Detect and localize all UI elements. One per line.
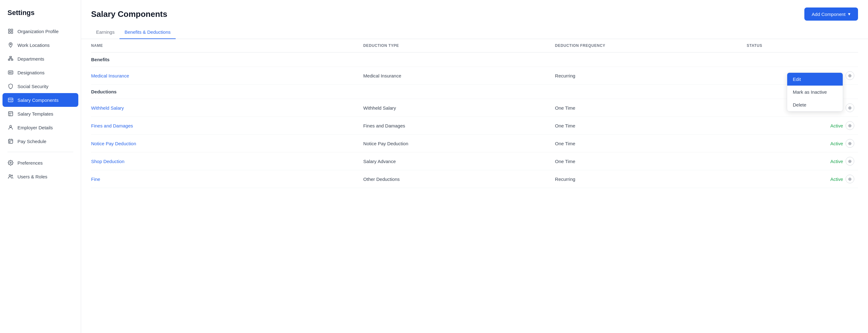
row-frequency: One Time (551, 99, 743, 117)
svg-rect-1 (11, 29, 13, 31)
dropdown-edit-item[interactable]: Edit (787, 73, 843, 86)
row-frequency: One Time (551, 152, 743, 170)
svg-rect-20 (8, 112, 13, 116)
status-badge: Active (830, 141, 843, 146)
action-cell: Active ⊕ (747, 121, 854, 130)
svg-rect-0 (8, 29, 10, 31)
sidebar-item-label: Departments (18, 56, 44, 61)
table-row: Fines and Damages Fines and Damages One … (91, 117, 858, 135)
shield-icon (7, 83, 14, 89)
row-frequency: One Time (551, 117, 743, 135)
sidebar-item-social-security[interactable]: Social Security (0, 79, 81, 93)
svg-rect-28 (9, 142, 10, 142)
row-action-button[interactable]: ⊕ (845, 157, 854, 166)
chevron-down-icon: ▾ (848, 11, 850, 17)
medical-insurance-link[interactable]: Medical Insurance (91, 73, 129, 78)
row-action-button[interactable]: ⊕ (845, 71, 854, 80)
page-header: Salary Components Add Component ▾ (81, 0, 868, 26)
sidebar-item-label: Pay Schedule (18, 139, 46, 144)
calendar-icon (7, 138, 14, 144)
table-row: Shop Deduction Salary Advance One Time A… (91, 152, 858, 170)
add-component-label: Add Component (812, 11, 845, 17)
svg-point-4 (10, 44, 11, 45)
departments-icon (7, 56, 14, 62)
svg-point-29 (10, 162, 11, 164)
fine-link[interactable]: Fine (91, 176, 100, 182)
row-deduction-type: Medical Insurance (360, 67, 551, 85)
row-frequency: One Time (551, 135, 743, 152)
sidebar-item-preferences[interactable]: Preferences (0, 156, 81, 170)
tabs-container: Earnings Benefits & Deductions (81, 26, 868, 39)
sidebar-item-salary-components[interactable]: Salary Components (2, 93, 78, 107)
dropdown-mark-inactive-item[interactable]: Mark as Inactive (787, 86, 843, 99)
section-header-benefits: Benefits (91, 53, 858, 67)
action-cell: Active ⊕ (747, 175, 854, 183)
notice-pay-deduction-link[interactable]: Notice Pay Deduction (91, 141, 136, 146)
sidebar-item-label: Designations (18, 70, 44, 75)
row-action-button[interactable]: ⊕ (845, 103, 854, 112)
building-icon (7, 28, 14, 34)
row-deduction-type: Withheld Salary (360, 99, 551, 117)
section-header-deductions: Deductions (91, 85, 858, 99)
svg-rect-2 (8, 32, 10, 33)
row-deduction-type: Fines and Damages (360, 117, 551, 135)
sidebar-item-label: Preferences (18, 160, 43, 166)
sidebar-title: Settings (0, 9, 81, 24)
sidebar-item-label: Employer Details (18, 125, 53, 130)
id-card-icon (7, 70, 14, 76)
action-cell: Active ⊕ (747, 157, 854, 166)
status-badge: Active (830, 176, 843, 182)
action-cell: Active ⊕ (747, 139, 854, 148)
table-row: Withheld Salary Withheld Salary One Time… (91, 99, 858, 117)
shop-deduction-link[interactable]: Shop Deduction (91, 159, 124, 164)
sidebar-item-users-roles[interactable]: Users & Roles (0, 170, 81, 183)
sidebar-divider (7, 152, 73, 152)
svg-point-23 (10, 125, 11, 127)
svg-rect-24 (8, 139, 13, 143)
sidebar-item-departments[interactable]: Departments (0, 52, 81, 65)
row-deduction-type: Salary Advance (360, 152, 551, 170)
action-dropdown-menu: Edit Mark as Inactive Delete (787, 73, 843, 112)
tab-earnings[interactable]: Earnings (91, 26, 120, 39)
svg-point-30 (9, 175, 10, 176)
row-action-button[interactable]: ⊕ (845, 121, 854, 130)
svg-rect-6 (8, 59, 10, 61)
status-badge: Active (830, 123, 843, 129)
tab-benefits-deductions[interactable]: Benefits & Deductions (120, 26, 176, 39)
sidebar-item-label: Salary Components (18, 98, 59, 103)
col-header-name: NAME (91, 39, 360, 53)
main-content: Salary Components Add Component ▾ Earnin… (81, 0, 868, 333)
sidebar-item-label: Users & Roles (18, 174, 48, 179)
sidebar-item-work-locations[interactable]: Work Locations (0, 38, 81, 52)
table-container: NAME DEDUCTION TYPE DEDUCTION FREQUENCY … (81, 39, 868, 333)
table-row: Fine Other Deductions Recurring Active ⊕ (91, 170, 858, 188)
row-deduction-type: Notice Pay Deduction (360, 135, 551, 152)
salary-icon (7, 97, 14, 103)
col-header-deduction-freq: DEDUCTION FREQUENCY (551, 39, 743, 53)
person-icon (7, 124, 14, 131)
svg-rect-7 (11, 59, 13, 61)
sidebar-item-label: Work Locations (18, 43, 50, 48)
row-action-button[interactable]: ⊕ (845, 175, 854, 183)
sidebar-item-label: Social Security (18, 84, 49, 89)
col-header-status: STATUS (743, 39, 858, 53)
sidebar-item-pay-schedule[interactable]: Pay Schedule (0, 134, 81, 148)
svg-point-13 (9, 72, 10, 73)
svg-rect-16 (8, 98, 13, 102)
settings-icon (7, 160, 14, 166)
sidebar-item-label: Organization Profile (18, 29, 59, 34)
sidebar-item-salary-templates[interactable]: Salary Templates (0, 107, 81, 120)
svg-rect-5 (10, 57, 11, 58)
dropdown-delete-item[interactable]: Delete (787, 99, 843, 111)
template-icon (7, 111, 14, 117)
status-badge: Active (830, 159, 843, 164)
add-component-button[interactable]: Add Component ▾ (804, 7, 858, 21)
fines-damages-link[interactable]: Fines and Damages (91, 123, 133, 129)
sidebar-item-employer-details[interactable]: Employer Details (0, 120, 81, 134)
row-action-button[interactable]: ⊕ (845, 139, 854, 148)
row-frequency: Recurring (551, 170, 743, 188)
sidebar-item-designations[interactable]: Designations (0, 65, 81, 79)
withheld-salary-link[interactable]: Withheld Salary (91, 105, 124, 111)
svg-point-31 (11, 175, 13, 176)
sidebar-item-org-profile[interactable]: Organization Profile (0, 24, 81, 38)
